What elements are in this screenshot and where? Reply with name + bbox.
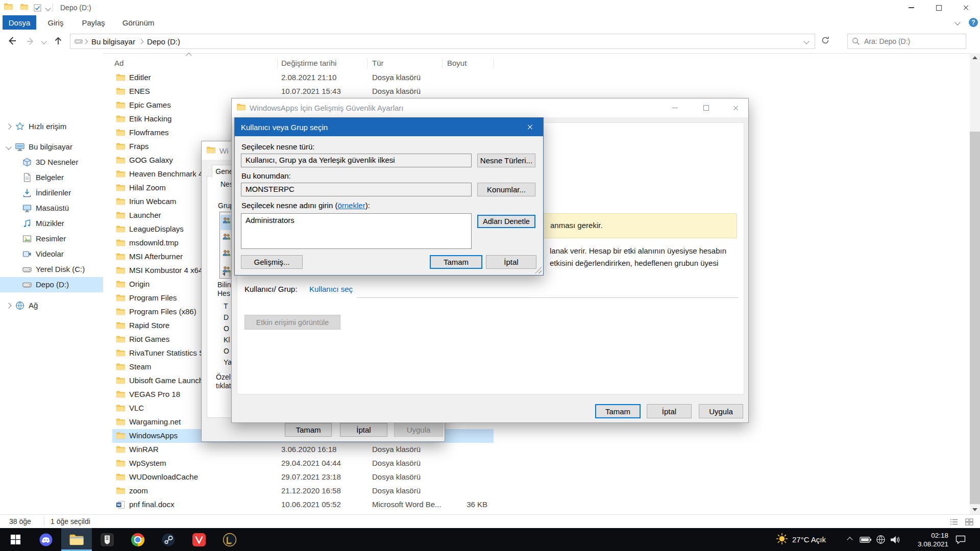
column-header-size[interactable]: Boyut [447,59,467,67]
from-location-field[interactable]: MONSTERPC [241,183,472,196]
object-types-button[interactable]: Nesne Türleri... [477,154,535,167]
sidebar-item-yerel-disk-c-[interactable]: Yerel Disk (C:) [0,262,103,277]
details-view-icon[interactable] [947,516,961,527]
taskbar-start-button[interactable] [0,528,31,551]
file-row[interactable]: WinRAR3.06.2020 16:18Dosya klasörü [112,443,494,457]
back-button[interactable] [6,35,17,48]
sidebar-item-resimler[interactable]: Resimler [0,231,103,246]
close-button[interactable] [952,0,980,15]
sidebar-item-videolar[interactable]: Videolar [0,246,103,262]
search-box[interactable] [847,34,966,49]
column-header-date[interactable]: Değiştirme tarihi [281,59,336,67]
chevron-right-icon[interactable] [6,123,11,129]
maximize-button[interactable] [694,98,718,117]
apply-button[interactable]: Uygula [699,404,743,418]
scroll-down-icon[interactable] [972,508,977,511]
chevron-down-icon[interactable] [6,144,11,149]
cancel-button[interactable]: İptal [340,423,387,437]
minimize-button[interactable] [897,0,925,15]
sidebar-item-i-ndirilenler[interactable]: İndirilenler [0,185,103,201]
locations-button[interactable]: Konumlar... [477,183,535,196]
tray-expand-button[interactable] [843,528,856,551]
sidebar-item-label: 3D Nesneler [36,158,78,166]
file-row[interactable]: WpSystem29.04.2021 04:44Dosya klasörü [112,457,494,470]
close-button[interactable] [518,118,543,136]
sidebar-item-masaüstü[interactable]: Masaüstü [0,201,103,216]
examples-link[interactable]: örnekler [337,201,365,210]
taskbar-discord-button[interactable] [31,528,61,551]
address-dropdown-icon[interactable] [803,38,809,44]
folder-icon[interactable] [20,3,28,12]
ok-button[interactable]: Tamam [430,255,482,269]
taskbar-epic-games-button[interactable] [92,528,122,551]
file-row[interactable]: Editler2.08.2021 21:10Dosya klasörü [112,71,494,85]
view-effective-access-button[interactable]: Etkin erişimi görüntüle [244,315,340,330]
taskbar-steam-button[interactable] [153,528,184,551]
check-names-button[interactable]: Adları Denetle [477,215,535,228]
column-divider[interactable] [494,58,494,68]
properties-text-fragment: O [224,324,229,333]
object-names-input[interactable]: Administrators [241,213,472,249]
chevron-right-icon[interactable] [138,39,143,44]
history-chevron-icon[interactable] [41,38,46,44]
vertical-scrollbar[interactable] [970,53,980,514]
forward-button[interactable] [26,36,36,48]
scroll-up-icon[interactable] [972,56,977,59]
refresh-icon[interactable] [821,36,830,47]
object-type-field[interactable]: Kullanıcı, Grup ya da Yerleşik güvenlik … [241,154,472,167]
breadcrumb-drive[interactable]: Depo (D:) [144,37,183,46]
up-button[interactable] [53,36,63,48]
maximize-button[interactable] [925,0,952,15]
sidebar-item-müzikler[interactable]: Müzikler [0,216,103,231]
column-divider[interactable] [277,58,278,68]
sidebar-item-3d-nesneler[interactable]: 3D Nesneler [0,155,103,170]
ribbon-expand-icon[interactable] [954,19,960,25]
taskbar-league-of-legends-button[interactable] [214,528,245,551]
column-divider[interactable] [367,58,368,68]
file-row[interactable]: zoom21.12.2020 16:58Dosya klasörü [112,484,494,498]
cancel-button[interactable]: İptal [647,404,692,418]
column-divider[interactable] [442,58,443,68]
notification-icon[interactable] [952,528,969,551]
taskbar-clock[interactable]: 02:18 3.08.2021 [904,528,950,551]
sidebar-item-depo-d-[interactable]: Depo (D:) [0,277,103,292]
apply-button[interactable]: Uygula [394,423,443,437]
sidebar-item-belgeler[interactable]: Belgeler [0,170,103,185]
breadcrumb-this-pc[interactable]: Bu bilgisayar [88,37,138,46]
sidebar-item-hızlı-erişim[interactable]: Hızlı erişim [0,119,103,134]
tab-view[interactable]: Görünüm [116,15,161,30]
check-icon[interactable] [34,4,41,14]
taskbar-vivaldi-button[interactable] [184,528,214,551]
weather-widget[interactable]: 27°C Açık [772,528,830,551]
taskbar-chrome-button[interactable] [122,528,153,551]
chevron-down-icon[interactable] [45,5,51,11]
network-icon[interactable] [874,528,887,551]
ok-button[interactable]: Tamam [285,423,332,437]
search-input[interactable] [863,37,957,46]
sidebar-item-bu-bilgisayar[interactable]: Bu bilgisayar [0,139,103,155]
cancel-button[interactable]: İptal [486,255,536,269]
column-header-type[interactable]: Tür [372,59,384,67]
column-header-name[interactable]: Ad [114,59,124,67]
taskbar-explorer-button[interactable] [61,528,92,551]
file-row[interactable]: Wpnf final.docx10.06.2021 05:52Microsoft… [112,498,494,512]
volume-icon[interactable] [888,528,902,551]
chevron-right-icon[interactable] [83,39,88,44]
ok-button[interactable]: Tamam [595,404,641,418]
select-user-link[interactable]: Kullanıcı seç [309,285,353,293]
file-row[interactable]: ENES10.07.2021 15:43Dosya klasörü [112,85,494,98]
minimize-button[interactable] [663,98,687,117]
close-button[interactable] [724,98,748,117]
thumbnail-view-icon[interactable] [963,516,976,527]
tab-home[interactable]: Giriş [40,15,71,30]
tab-file[interactable]: Dosya [3,15,36,30]
scrollbar-thumb[interactable] [970,132,980,504]
battery-icon[interactable] [859,528,873,551]
chevron-right-icon[interactable] [6,303,11,308]
help-icon[interactable]: ? [969,18,978,27]
file-row[interactable]: WUDownloadCache29.07.2021 23:18Dosya kla… [112,470,494,484]
sidebar-item-ağ[interactable]: Ağ [0,298,103,313]
advanced-button[interactable]: Gelişmiş... [241,255,303,269]
tab-share[interactable]: Paylaş [75,15,112,30]
address-bar[interactable]: Bu bilgisayar Depo (D:) [70,34,815,49]
